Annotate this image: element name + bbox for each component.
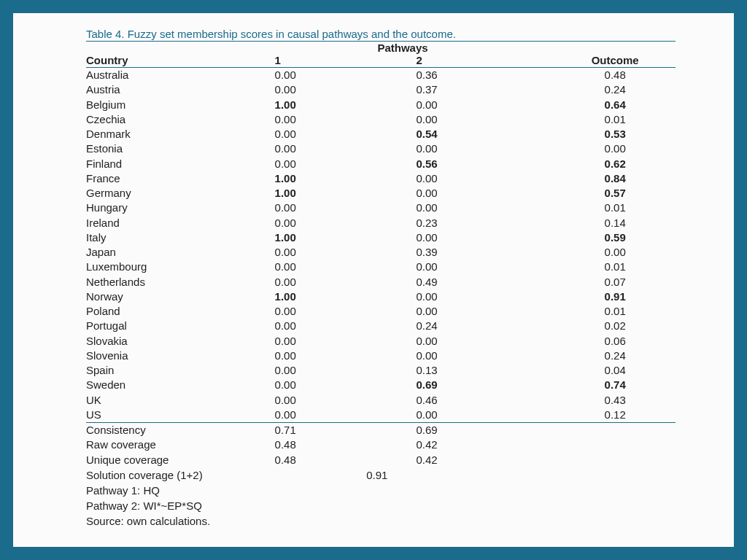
- footer-line-2: Pathway 2: WI*~EP*SQ: [86, 498, 676, 513]
- table-row: Austria0.000.370.24: [86, 82, 676, 97]
- table-row: UK0.000.460.43: [86, 393, 676, 408]
- cell-outcome: 0.07: [557, 275, 676, 289]
- cell-outcome: 0.59: [557, 230, 676, 245]
- group-header: Pathways: [130, 42, 676, 54]
- table-row: France1.000.000.84: [86, 171, 676, 186]
- cell-country: Ireland: [86, 216, 275, 230]
- cell-pathway-2: 0.56: [416, 157, 557, 171]
- summary-p1: 0.48: [275, 438, 417, 452]
- cell-pathway-1: 1.00: [275, 230, 417, 245]
- table-row: Slovenia0.000.000.24: [86, 349, 676, 363]
- cell-pathway-2: 0.00: [416, 408, 557, 423]
- cell-pathway-1: 0.00: [275, 260, 417, 274]
- cell-country: Sweden: [86, 378, 275, 392]
- document-page: Table 4. Fuzzy set membership scores in …: [13, 13, 734, 547]
- cell-pathway-2: 0.00: [416, 260, 557, 274]
- cell-outcome: 0.12: [557, 408, 676, 423]
- cell-outcome: 0.57: [557, 186, 676, 201]
- summary-blank: [557, 423, 676, 438]
- cell-pathway-1: 0.00: [275, 408, 417, 423]
- cell-pathway-2: 0.00: [416, 334, 557, 349]
- table-title: Table 4. Fuzzy set membership scores in …: [86, 28, 676, 42]
- cell-outcome: 0.48: [557, 68, 676, 83]
- table-row: Italy1.000.000.59: [86, 230, 676, 245]
- table-row: Czechia0.000.000.01: [86, 112, 676, 127]
- cell-pathway-1: 0.00: [275, 349, 417, 363]
- cell-pathway-2: 0.54: [416, 127, 557, 141]
- cell-pathway-1: 0.00: [275, 112, 417, 127]
- cell-outcome: 0.02: [557, 319, 676, 333]
- cell-pathway-2: 0.00: [416, 349, 557, 363]
- col-pathway-2: 2: [416, 54, 557, 68]
- cell-outcome: 0.64: [557, 98, 676, 112]
- cell-pathway-2: 0.23: [416, 216, 557, 230]
- cell-country: France: [86, 171, 275, 186]
- cell-pathway-2: 0.24: [416, 319, 557, 333]
- cell-pathway-1: 0.00: [275, 334, 417, 349]
- cell-country: Czechia: [86, 112, 275, 127]
- cell-pathway-1: 0.00: [275, 157, 417, 171]
- cell-pathway-1: 0.00: [275, 275, 417, 289]
- cell-country: Belgium: [86, 98, 275, 112]
- summary-row: Unique coverage0.480.42: [86, 453, 676, 467]
- summary-row: Raw coverage0.480.42: [86, 438, 676, 452]
- cell-country: Italy: [86, 230, 275, 245]
- cell-outcome: 0.53: [557, 127, 676, 141]
- summary-row: Consistency0.710.69: [86, 423, 676, 438]
- cell-pathway-2: 0.39: [416, 245, 557, 260]
- cell-outcome: 0.14: [557, 216, 676, 230]
- data-table: Country 1 2 Outcome Australia0.000.360.4…: [86, 54, 676, 467]
- cell-pathway-2: 0.36: [416, 68, 557, 83]
- table-row: Australia0.000.360.48: [86, 68, 676, 83]
- summary-label: Raw coverage: [86, 438, 275, 452]
- col-pathway-1: 1: [275, 54, 417, 68]
- cell-outcome: 0.04: [557, 363, 676, 378]
- cell-pathway-1: 0.00: [275, 201, 417, 215]
- cell-pathway-1: 0.00: [275, 378, 417, 392]
- table-row: Netherlands0.000.490.07: [86, 275, 676, 289]
- summary-label: Unique coverage: [86, 453, 275, 467]
- cell-pathway-2: 0.00: [416, 186, 557, 201]
- cell-outcome: 0.01: [557, 201, 676, 215]
- table-row: US0.000.000.12: [86, 408, 676, 423]
- cell-outcome: 0.01: [557, 112, 676, 127]
- cell-pathway-1: 0.00: [275, 393, 417, 408]
- table-row: Norway1.000.000.91: [86, 289, 676, 304]
- summary-blank: [557, 453, 676, 467]
- cell-pathway-2: 0.37: [416, 82, 557, 97]
- footer-line-3: Source: own calculations.: [86, 513, 676, 529]
- cell-outcome: 0.24: [557, 82, 676, 97]
- cell-pathway-2: 0.00: [416, 112, 557, 127]
- cell-country: Japan: [86, 245, 275, 260]
- cell-outcome: 0.00: [557, 141, 676, 156]
- solution-coverage-row: Solution coverage (1+2) 0.91: [86, 467, 676, 483]
- table-row: Hungary0.000.000.01: [86, 201, 676, 215]
- solution-label: Solution coverage (1+2): [86, 467, 363, 483]
- cell-outcome: 0.91: [557, 289, 676, 304]
- summary-p1: 0.71: [275, 423, 417, 438]
- cell-pathway-1: 1.00: [275, 289, 417, 304]
- cell-pathway-1: 0.00: [275, 304, 417, 319]
- cell-outcome: 0.00: [557, 245, 676, 260]
- cell-country: Denmark: [86, 127, 275, 141]
- table-row: Poland0.000.000.01: [86, 304, 676, 319]
- cell-country: UK: [86, 393, 275, 408]
- summary-p2: 0.42: [416, 438, 557, 452]
- table-row: Estonia0.000.000.00: [86, 141, 676, 156]
- cell-pathway-1: 0.00: [275, 141, 417, 156]
- cell-country: Slovakia: [86, 334, 275, 349]
- cell-pathway-2: 0.13: [416, 363, 557, 378]
- table-row: Sweden0.000.690.74: [86, 378, 676, 392]
- table-row: Ireland0.000.230.14: [86, 216, 676, 230]
- cell-pathway-1: 1.00: [275, 186, 417, 201]
- cell-country: Portugal: [86, 319, 275, 333]
- table-row: Germany1.000.000.57: [86, 186, 676, 201]
- cell-pathway-1: 0.00: [275, 68, 417, 83]
- cell-outcome: 0.62: [557, 157, 676, 171]
- col-country: Country: [86, 54, 275, 68]
- cell-pathway-2: 0.00: [416, 304, 557, 319]
- cell-pathway-2: 0.69: [416, 378, 557, 392]
- table-row: Portugal0.000.240.02: [86, 319, 676, 333]
- table-row: Denmark0.000.540.53: [86, 127, 676, 141]
- cell-pathway-2: 0.49: [416, 275, 557, 289]
